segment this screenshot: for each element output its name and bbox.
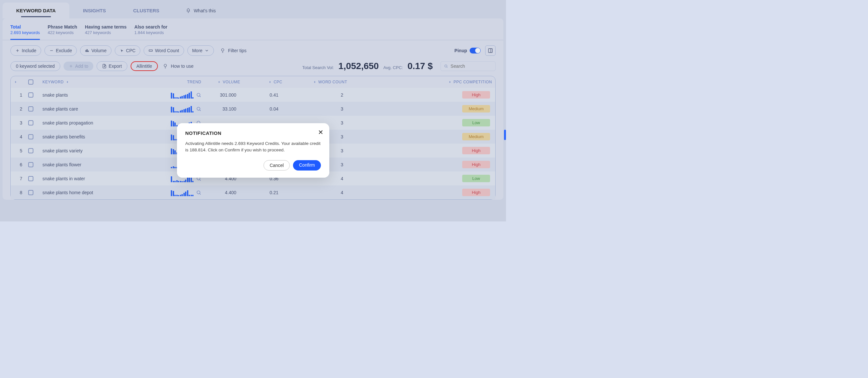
row-checkbox[interactable] xyxy=(28,190,33,195)
whats-this-link[interactable]: What's this xyxy=(185,8,216,13)
sub-tab-sub: 1.844 keywords xyxy=(134,30,167,35)
cpc-button[interactable]: CPC xyxy=(115,45,141,56)
filter-tips-label: Filter tips xyxy=(228,48,247,53)
row-checkbox[interactable] xyxy=(28,162,33,167)
svg-point-5 xyxy=(221,49,224,51)
table-row: 1 snake plants 301.000 0.41 2 High xyxy=(11,88,495,102)
keyword-cell: snake plants home depot xyxy=(42,190,149,195)
tab-keyword-data[interactable]: KEYWORD DATA xyxy=(3,3,69,19)
sub-tab-title: Total xyxy=(10,24,40,30)
svg-rect-1 xyxy=(86,50,86,52)
pinup-toggle[interactable] xyxy=(470,48,481,54)
close-icon[interactable]: ✕ xyxy=(318,129,323,135)
layout-button[interactable] xyxy=(485,45,496,56)
notification-modal: NOTIFICATION ✕ Activating Allintitle nee… xyxy=(177,123,329,178)
confirm-button[interactable]: Confirm xyxy=(293,160,320,170)
row-checkbox[interactable] xyxy=(28,148,33,153)
row-checkbox[interactable] xyxy=(28,120,33,125)
sub-tab-title: Having same terms xyxy=(85,24,126,30)
search-icon[interactable] xyxy=(196,92,201,98)
row-number: 2 xyxy=(14,106,28,112)
plus-icon xyxy=(69,64,73,68)
sort-icon xyxy=(448,81,452,84)
sub-tab-2[interactable]: Having same terms427 keywords xyxy=(85,24,126,40)
table-row: 8 snake plants home depot 4.400 0.21 4 H… xyxy=(11,185,495,199)
search-input[interactable] xyxy=(451,64,492,69)
row-checkbox[interactable] xyxy=(28,176,33,181)
row-number: 7 xyxy=(14,176,28,181)
col-volume[interactable]: VOLUME xyxy=(201,80,240,84)
how-to-use-link[interactable]: How to use xyxy=(162,63,193,69)
filter-tips-link[interactable]: Filter tips xyxy=(220,48,247,54)
col-cpc[interactable]: CPC xyxy=(240,80,282,84)
search-input-wrap[interactable] xyxy=(440,61,496,71)
search-icon[interactable] xyxy=(196,106,201,112)
allintitle-button[interactable]: Allintitle xyxy=(131,61,158,71)
sub-tab-0[interactable]: Total2.693 keywords xyxy=(10,24,40,40)
volume-cell: 33.100 xyxy=(201,106,240,112)
row-checkbox[interactable] xyxy=(28,134,33,139)
bulb-icon xyxy=(162,63,168,69)
svg-rect-4 xyxy=(149,50,153,52)
svg-point-10 xyxy=(197,107,200,110)
word-count-cell: 3 xyxy=(282,106,347,112)
tab-insights[interactable]: INSIGHTS xyxy=(69,3,120,19)
cpc-cell: 0.04 xyxy=(240,106,282,112)
volume-label: Volume xyxy=(91,48,106,53)
add-to-label: Add to xyxy=(75,64,88,69)
row-number: 4 xyxy=(14,134,28,139)
sub-tab-3[interactable]: Also search for1.844 keywords xyxy=(134,24,167,40)
svg-rect-6 xyxy=(489,49,492,53)
keyword-cell: snake plants in water xyxy=(42,176,149,181)
volume-cell: 301.000 xyxy=(201,92,240,98)
exclude-button[interactable]: Exclude xyxy=(44,45,77,56)
col-word-count[interactable]: WORD COUNT xyxy=(282,80,347,84)
cancel-button[interactable]: Cancel xyxy=(264,160,290,170)
sub-tab-title: Also search for xyxy=(134,24,167,30)
ppc-badge: Low xyxy=(462,119,490,126)
col-keyword[interactable]: KEYWORD xyxy=(42,80,149,84)
volume-cell: 4.400 xyxy=(201,190,240,195)
plus-icon xyxy=(15,48,20,53)
bulb-icon xyxy=(220,48,225,54)
include-button[interactable]: Include xyxy=(10,45,41,56)
click-icon xyxy=(120,48,124,53)
bulb-icon xyxy=(185,8,191,13)
whats-this-label: What's this xyxy=(194,8,216,13)
select-all-checkbox[interactable] xyxy=(28,80,33,85)
sub-tab-1[interactable]: Phrase Match422 keywords xyxy=(48,24,77,40)
more-button[interactable]: More xyxy=(187,45,214,56)
avg-cpc-label: Avg. CPC: xyxy=(383,65,403,70)
word-count-cell: 2 xyxy=(282,92,347,98)
sub-tab-sub: 427 keywords xyxy=(85,30,126,35)
row-checkbox[interactable] xyxy=(28,92,33,98)
row-number: 6 xyxy=(14,162,28,167)
row-number: 3 xyxy=(14,120,28,125)
modal-title: NOTIFICATION xyxy=(185,130,321,136)
exclude-label: Exclude xyxy=(56,48,72,53)
search-icon[interactable] xyxy=(196,190,201,195)
tab-clusters[interactable]: CLUSTERS xyxy=(120,3,173,19)
chevron-down-icon xyxy=(205,48,209,53)
export-button[interactable]: Export xyxy=(97,61,127,71)
pinup-label: Pinup xyxy=(455,48,467,53)
volume-button[interactable]: Volume xyxy=(80,45,112,56)
keyword-cell: snake plants care xyxy=(42,106,149,112)
keyword-cell: snake plants variety xyxy=(42,148,149,153)
cpc-cell: 0.21 xyxy=(240,190,282,195)
keyword-cell: snake plants xyxy=(42,92,149,98)
trend-sparkline xyxy=(171,189,193,196)
row-checkbox[interactable] xyxy=(28,106,33,112)
more-label: More xyxy=(192,48,203,53)
svg-rect-3 xyxy=(88,51,89,52)
scrollbar-handle[interactable] xyxy=(504,130,506,140)
ppc-badge: High xyxy=(462,91,490,99)
row-number: 8 xyxy=(14,190,28,195)
keyword-cell: snake plants flower xyxy=(42,162,149,167)
col-ppc[interactable]: PPC COMPETITION xyxy=(347,80,492,84)
total-vol-value: 1,052,650 xyxy=(338,61,379,71)
sort-icon[interactable] xyxy=(14,81,17,84)
sub-tab-title: Phrase Match xyxy=(48,24,77,30)
word-count-button[interactable]: Word Count xyxy=(144,45,184,56)
ppc-badge: Medium xyxy=(462,105,490,113)
